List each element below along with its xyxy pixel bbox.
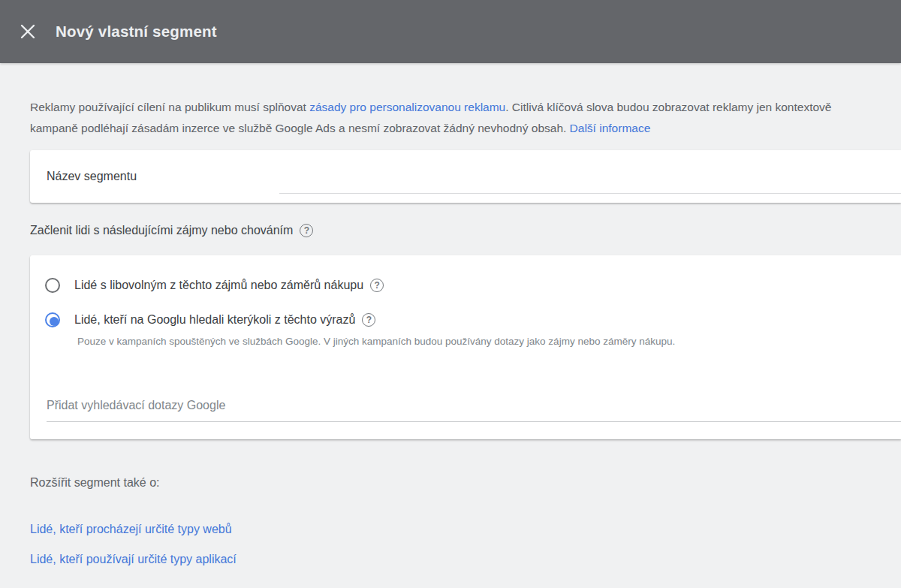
include-section-label: Začlenit lidi s následujícími zájmy nebo… [30,224,313,237]
expand-websites-link[interactable]: Lidé, kteří procházejí určité typy webů [30,523,232,536]
segment-options-card: Lidé s libovolným z těchto zájmů nebo zá… [30,255,901,439]
policy-notice: Reklamy používající cílení na publikum m… [30,97,901,139]
segment-name-label: Název segmentu [47,150,137,203]
add-search-queries-input[interactable] [47,389,901,422]
dialog-title: Nový vlastní segment [56,23,217,41]
personalized-ads-policy-link[interactable]: zásady pro personalizovanou reklamu [309,101,505,113]
radio-option-search-terms-label: Lidé, kteří na Googlu hledali kterýkoli … [74,313,375,327]
help-icon[interactable]: ? [370,279,384,292]
radio-option-interests-text: Lidé s libovolným z těchto zájmů nebo zá… [74,279,363,292]
help-icon[interactable]: ? [300,224,313,237]
search-terms-helper-text: Pouze v kampaních spouštěných ve službác… [77,336,893,347]
close-button[interactable] [11,14,45,49]
radio-option-search-terms-text: Lidé, kteří na Googlu hledali kterýkoli … [74,313,355,327]
policy-notice-line-2: kampaně podléhají zásadám inzerce ve slu… [30,118,901,139]
segment-name-card: Název segmentu [30,150,901,203]
policy-text: kampaně podléhají zásadám inzerce ve slu… [30,122,570,134]
segment-name-input[interactable] [279,171,901,194]
expand-apps-link[interactable]: Lidé, kteří používají určité typy aplika… [30,553,237,566]
radio-button-selected[interactable] [45,312,60,327]
radio-option-interests[interactable]: Lidé s libovolným z těchto zájmů nebo zá… [45,278,886,293]
radio-option-interests-label: Lidé s libovolným z těchto zájmů nebo zá… [74,279,384,292]
close-icon [20,23,36,40]
radio-button-unselected[interactable] [45,278,60,293]
expand-section-label: Rozšířit segment také o: [30,476,160,490]
policy-notice-line-1: Reklamy používající cílení na publikum m… [30,97,901,118]
help-icon[interactable]: ? [362,313,375,327]
include-section-text: Začlenit lidi s následujícími zájmy nebo… [30,224,293,237]
more-info-link[interactable]: Další informace [570,122,651,134]
policy-text: . Citlivá klíčová slova budou zobrazovat… [505,101,831,113]
new-custom-segment-dialog: Nový vlastní segment Reklamy používající… [0,0,901,588]
policy-text: Reklamy používající cílení na publikum m… [30,101,309,113]
radio-option-search-terms[interactable]: Lidé, kteří na Googlu hledali kterýkoli … [45,312,886,327]
dialog-header: Nový vlastní segment [0,0,901,63]
